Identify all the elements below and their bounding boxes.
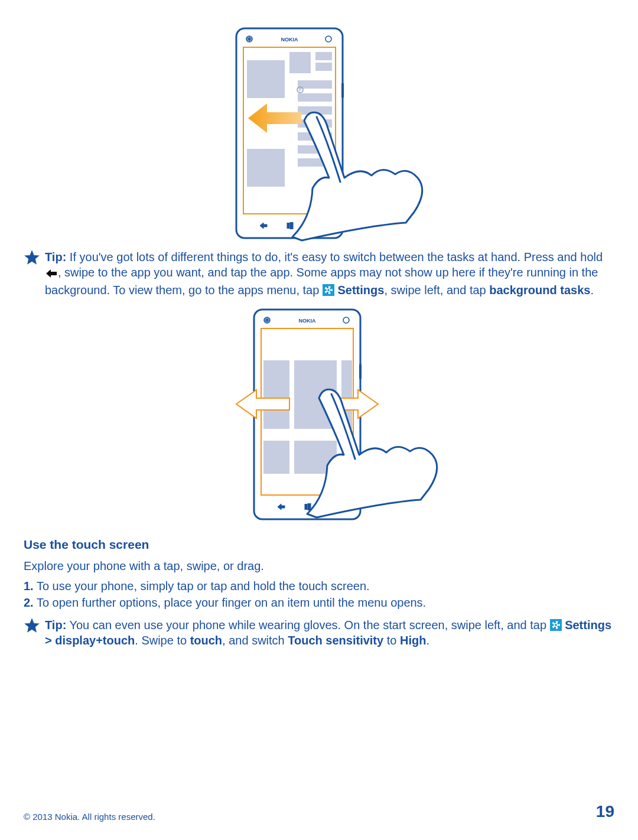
svg-rect-1	[341, 83, 344, 98]
svg-rect-20	[287, 223, 289, 226]
settings-icon	[323, 284, 334, 296]
copyright-text: © 2013 Nokia. All rights reserved.	[24, 811, 155, 823]
svg-rect-11	[298, 93, 332, 102]
back-arrow-icon	[45, 267, 58, 282]
svg-rect-40	[305, 507, 307, 510]
tip1-a: If you've got lots of different things t…	[66, 250, 603, 263]
tip-label: Tip:	[45, 250, 66, 263]
svg-rect-6	[247, 149, 285, 187]
star-icon	[24, 249, 45, 266]
svg-rect-22	[287, 226, 289, 229]
svg-rect-23	[290, 226, 293, 229]
svg-rect-8	[315, 52, 332, 60]
tip1-c: , swipe left, and tap	[384, 284, 489, 297]
tip2-bold2: touch	[190, 634, 222, 647]
section-title: Use the touch screen	[24, 536, 614, 552]
intro-paragraph: Explore your phone with a tap, swipe, or…	[24, 558, 614, 574]
tip2-e: .	[426, 634, 429, 647]
page-number: 19	[596, 801, 614, 822]
tip2-bold4: High	[400, 634, 426, 647]
settings-icon	[550, 619, 562, 631]
tip1-settings: Settings	[337, 284, 384, 297]
svg-rect-10	[298, 80, 332, 89]
tip2-bold3: Touch sensitivity	[288, 634, 383, 647]
step-2-text: To open further options, place your fing…	[34, 596, 427, 609]
tip2-c: , and switch	[222, 634, 288, 647]
step-1-number: 1.	[24, 579, 34, 592]
svg-text:P: P	[299, 88, 302, 92]
svg-rect-30	[263, 360, 289, 429]
tip2-d: to	[383, 634, 400, 647]
tip1-bold2: background tasks	[489, 284, 590, 297]
svg-rect-38	[305, 504, 307, 507]
tip-block-1: Tip: If you've got lots of different thi…	[24, 249, 614, 298]
steps-list: 1. To use your phone, simply tap or tap …	[24, 578, 614, 610]
svg-rect-39	[308, 504, 311, 507]
tip1-d: .	[590, 284, 594, 297]
svg-rect-5	[247, 60, 285, 98]
phone-brand-label: NOKIA	[281, 37, 299, 43]
svg-marker-24	[24, 250, 40, 265]
tip2-b: . Swipe to	[135, 634, 190, 647]
svg-rect-21	[290, 223, 293, 226]
tip-block-2: Tip: You can even use your phone while w…	[24, 617, 614, 648]
step-2-number: 2.	[24, 596, 34, 609]
svg-rect-26	[359, 364, 362, 379]
manual-page: NOKIA	[0, 0, 638, 840]
svg-marker-42	[24, 618, 40, 633]
tip-label: Tip:	[45, 618, 66, 631]
page-footer: © 2013 Nokia. All rights reserved. 19	[24, 801, 614, 822]
tip-1-text: Tip: If you've got lots of different thi…	[45, 249, 614, 298]
phone-brand-label: NOKIA	[299, 318, 317, 324]
svg-rect-9	[315, 63, 332, 71]
star-icon	[24, 617, 45, 634]
tip-2-text: Tip: You can even use your phone while w…	[45, 617, 614, 648]
step-1-text: To use your phone, simply tap or tap and…	[34, 579, 370, 592]
tip2-a: You can even use your phone while wearin…	[66, 618, 549, 631]
svg-rect-7	[289, 52, 311, 73]
illustration-1: NOKIA	[24, 24, 614, 242]
illustration-2: NOKIA	[24, 305, 614, 523]
svg-rect-33	[263, 441, 289, 474]
